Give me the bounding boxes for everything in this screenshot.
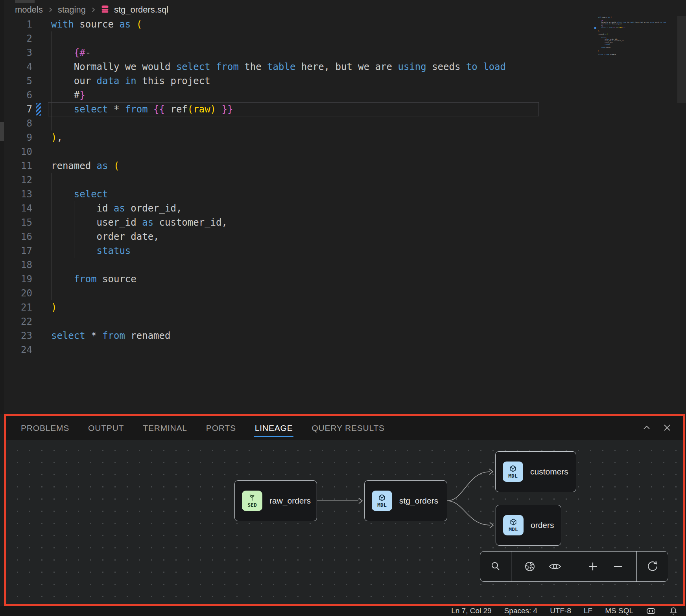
lineage-node-orders[interactable]: MDL orders bbox=[496, 505, 561, 546]
panel-tab-output[interactable]: OUTPUT bbox=[88, 423, 124, 433]
gutter-marker bbox=[36, 131, 41, 144]
code-line[interactable]: 3 {#- bbox=[4, 46, 590, 60]
lineage-node-customers[interactable]: MDL customers bbox=[495, 451, 576, 492]
panel-tab-query-results[interactable]: QUERY RESULTS bbox=[312, 423, 384, 433]
panel-tab-terminal[interactable]: TERMINAL bbox=[143, 423, 187, 433]
modified-line-marker bbox=[36, 103, 41, 116]
line-number[interactable]: 21 bbox=[4, 300, 32, 314]
code-text: order_date, bbox=[51, 230, 159, 244]
line-number[interactable]: 9 bbox=[4, 131, 32, 145]
zoom-group bbox=[574, 552, 637, 581]
line-number[interactable]: 5 bbox=[4, 74, 32, 88]
line-number[interactable]: 10 bbox=[4, 145, 32, 159]
lineage-node-raw-orders[interactable]: SED raw_orders bbox=[234, 480, 317, 521]
line-number[interactable]: 22 bbox=[4, 314, 32, 329]
panel-tab-problems[interactable]: PROBLEMS bbox=[21, 423, 69, 433]
code-line[interactable]: 14 id as order_id, bbox=[4, 201, 590, 215]
code-text: ) bbox=[51, 300, 57, 314]
code-line[interactable]: 4 Normally we would select from the tabl… bbox=[4, 60, 590, 74]
minimap[interactable]: with source as ( {#- Normally we would s… bbox=[598, 17, 673, 62]
breadcrumb-item-staging[interactable]: staging bbox=[58, 5, 86, 15]
close-icon[interactable] bbox=[662, 422, 673, 433]
chevron-up-icon[interactable] bbox=[641, 422, 652, 433]
line-number[interactable]: 16 bbox=[4, 230, 32, 244]
code-line[interactable]: 12 bbox=[4, 173, 590, 187]
editor-scrollbar[interactable] bbox=[677, 16, 686, 103]
code-line[interactable]: 9), bbox=[4, 131, 590, 145]
line-number[interactable]: 11 bbox=[4, 159, 32, 173]
line-number[interactable]: 20 bbox=[4, 286, 32, 300]
gutter-marker bbox=[36, 188, 41, 200]
indentation[interactable]: Spaces: 4 bbox=[504, 607, 538, 615]
code-line[interactable]: 22 bbox=[4, 314, 590, 329]
gutter-marker bbox=[36, 89, 41, 101]
line-number[interactable]: 4 bbox=[4, 60, 32, 74]
code-line[interactable]: 18 bbox=[4, 258, 590, 272]
code-line[interactable]: 23select * from renamed bbox=[4, 329, 590, 343]
code-line[interactable]: 21) bbox=[4, 300, 590, 314]
left-strip-thumb[interactable] bbox=[0, 122, 4, 141]
code-editor[interactable]: 1with source as (23 {#-4 Normally we wou… bbox=[4, 17, 590, 357]
gutter-marker bbox=[36, 273, 41, 285]
code-line[interactable]: 6 #} bbox=[4, 88, 590, 102]
code-line[interactable]: 11renamed as ( bbox=[4, 159, 590, 173]
line-number[interactable]: 13 bbox=[4, 187, 32, 201]
eye-button[interactable] bbox=[548, 559, 562, 574]
panel-tab-ports[interactable]: PORTS bbox=[206, 423, 236, 433]
code-line[interactable]: 5 our data in this project bbox=[4, 74, 590, 88]
line-number[interactable]: 24 bbox=[4, 343, 32, 357]
zoom-out-button[interactable] bbox=[612, 560, 624, 573]
indent-guide bbox=[51, 31, 52, 46]
breadcrumb-item-models[interactable]: models bbox=[15, 5, 43, 15]
refresh-button[interactable] bbox=[637, 552, 668, 581]
line-number[interactable]: 2 bbox=[4, 31, 32, 46]
cube-icon bbox=[509, 465, 517, 473]
code-line[interactable]: 8 bbox=[4, 116, 590, 131]
lineage-canvas[interactable]: SED raw_orders MDL stg_orders bbox=[6, 440, 683, 604]
line-number[interactable]: 15 bbox=[4, 215, 32, 230]
line-number[interactable]: 3 bbox=[4, 46, 32, 60]
line-number[interactable]: 8 bbox=[4, 116, 32, 131]
panel-tab-lineage[interactable]: LINEAGE bbox=[255, 423, 293, 433]
code-line[interactable]: 13 select bbox=[4, 187, 590, 201]
refresh-icon bbox=[646, 560, 659, 573]
line-number[interactable]: 19 bbox=[4, 272, 32, 286]
encoding[interactable]: UTF-8 bbox=[550, 607, 571, 615]
line-number[interactable]: 23 bbox=[4, 329, 32, 343]
code-line[interactable]: 20 bbox=[4, 286, 590, 300]
zoom-in-button[interactable] bbox=[586, 560, 599, 573]
gutter-marker bbox=[36, 117, 41, 130]
code-line[interactable]: 19 from source bbox=[4, 272, 590, 286]
line-number[interactable]: 6 bbox=[4, 88, 32, 102]
bell-icon[interactable] bbox=[669, 606, 678, 616]
line-number[interactable]: 14 bbox=[4, 201, 32, 215]
aperture-button[interactable] bbox=[523, 560, 537, 573]
indent-guide bbox=[51, 102, 52, 116]
lineage-node-stg-orders[interactable]: MDL stg_orders bbox=[364, 480, 447, 521]
code-line[interactable]: 16 order_date, bbox=[4, 230, 590, 244]
line-number[interactable]: 18 bbox=[4, 258, 32, 272]
code-line[interactable]: 2 bbox=[4, 31, 590, 46]
breadcrumb-file[interactable]: stg_orders.sql bbox=[114, 5, 168, 15]
chevron-right-icon bbox=[90, 7, 96, 13]
code-line[interactable]: 17 status bbox=[4, 244, 590, 258]
line-number[interactable]: 17 bbox=[4, 244, 32, 258]
code-line[interactable]: 10 bbox=[4, 145, 590, 159]
eol-sequence[interactable]: LF bbox=[584, 607, 592, 615]
gutter-marker bbox=[36, 301, 41, 314]
aperture-icon bbox=[523, 560, 537, 573]
cursor-position[interactable]: Ln 7, Col 29 bbox=[451, 607, 491, 615]
left-edge-strip bbox=[0, 0, 4, 414]
code-line[interactable]: 7 select * from {{ ref(raw) }} bbox=[4, 102, 590, 116]
code-line[interactable]: 1with source as ( bbox=[4, 17, 590, 31]
node-label: stg_orders bbox=[399, 496, 438, 506]
search-button[interactable] bbox=[480, 552, 511, 581]
line-number[interactable]: 1 bbox=[4, 17, 32, 31]
line-number[interactable]: 12 bbox=[4, 173, 32, 187]
language-mode[interactable]: MS SQL bbox=[605, 607, 633, 615]
code-line[interactable]: 24 bbox=[4, 343, 590, 357]
line-number[interactable]: 7 bbox=[4, 102, 32, 116]
copilot-icon[interactable] bbox=[646, 606, 656, 616]
code-line[interactable]: 15 user_id as customer_id, bbox=[4, 215, 590, 230]
indent-guide bbox=[51, 88, 52, 102]
